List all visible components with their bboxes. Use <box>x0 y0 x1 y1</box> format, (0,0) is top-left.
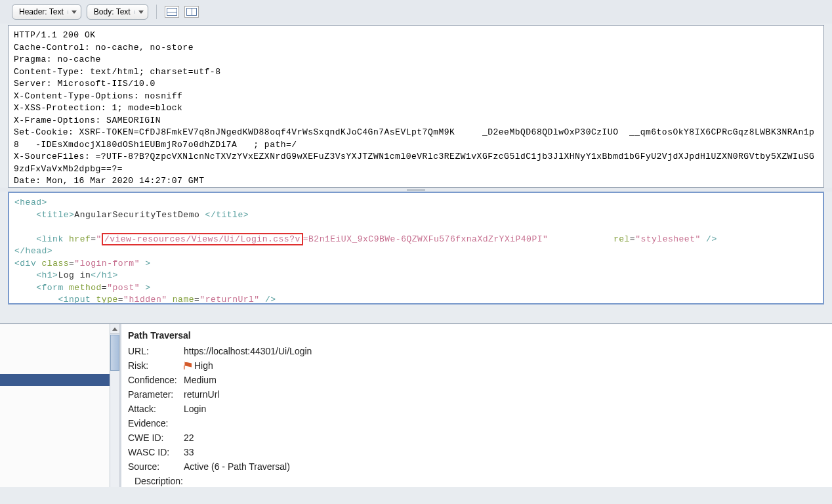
alert-wasc-row: WASC ID: 33 <box>128 445 825 459</box>
confidence-value: Medium <box>184 373 217 387</box>
split-horizontal-button[interactable] <box>165 6 179 18</box>
source-value: Active (6 - Path Traversal) <box>184 459 290 474</box>
source-label: Source: <box>128 459 184 474</box>
attack-value: Login <box>184 402 206 416</box>
confidence-label: Confidence: <box>128 373 184 387</box>
alert-attack-row: Attack: Login <box>128 402 825 416</box>
tree-scrollbar[interactable] <box>110 324 119 487</box>
header-mode-select[interactable]: Header: Text <box>12 4 81 20</box>
cwe-label: CWE ID: <box>128 430 184 445</box>
alert-confidence-row: Confidence: Medium <box>128 373 825 387</box>
toolbar-divider <box>156 5 157 19</box>
alert-parameter-row: Parameter: returnUrl <box>128 387 825 402</box>
alert-cwe-row: CWE ID: 22 <box>128 430 825 445</box>
split-vertical-button[interactable] <box>184 6 199 18</box>
parameter-value: returnUrl <box>184 387 219 402</box>
evidence-label: Evidence: <box>128 416 184 430</box>
http-headers-pane[interactable]: HTTP/1.1 200 OK Cache-Control: no-cache,… <box>8 25 824 188</box>
alert-title: Path Traversal <box>128 328 825 343</box>
dropdown-caret <box>68 10 77 14</box>
cwe-value: 22 <box>184 430 194 445</box>
scroll-thumb[interactable] <box>110 335 119 371</box>
flag-icon <box>184 362 192 369</box>
toolbar: Header: Text Body: Text <box>0 0 832 24</box>
alert-evidence-row: Evidence: <box>128 416 825 430</box>
alert-description-row: Description: <box>135 474 825 487</box>
body-mode-select[interactable]: Body: Text <box>87 4 148 20</box>
attack-label: Attack: <box>128 402 184 416</box>
alert-source-row: Source: Active (6 - Path Traversal) <box>128 459 825 474</box>
alert-url-row: URL: https://localhost:44301/Ui/Login <box>128 344 825 358</box>
description-label: Description: <box>135 474 190 487</box>
selected-alert-row[interactable] <box>0 374 110 386</box>
risk-value: High <box>184 358 213 373</box>
header-mode-label: Header: Text <box>19 7 64 16</box>
alert-risk-row: Risk: High <box>128 358 825 373</box>
risk-label: Risk: <box>128 358 184 373</box>
url-label: URL: <box>128 344 184 358</box>
wasc-label: WASC ID: <box>128 445 184 459</box>
http-body-pane[interactable]: <head> <title>AngularSecurityTestDemo </… <box>8 192 824 304</box>
page-title-text: AngularSecurityTestDemo <box>74 210 199 220</box>
wasc-value: 33 <box>184 445 194 459</box>
url-value: https://localhost:44301/Ui/Login <box>184 344 312 358</box>
alert-tree-pane[interactable] <box>0 324 120 487</box>
bottom-panel: Path Traversal URL: https://localhost:44… <box>0 323 832 487</box>
scroll-up-button[interactable] <box>110 324 119 334</box>
parameter-label: Parameter: <box>128 387 184 402</box>
alert-details-pane: Path Traversal URL: https://localhost:44… <box>120 324 832 487</box>
dropdown-caret <box>135 10 144 14</box>
highlighted-href-segment: /view-resources/Views/Ui/Login.css?v <box>102 233 303 245</box>
href-rest: =B2n1EiUX_9xC9BWe-6QZWXFu576fxnaXdZrYXiP… <box>303 234 549 244</box>
body-mode-label: Body: Text <box>94 7 131 16</box>
